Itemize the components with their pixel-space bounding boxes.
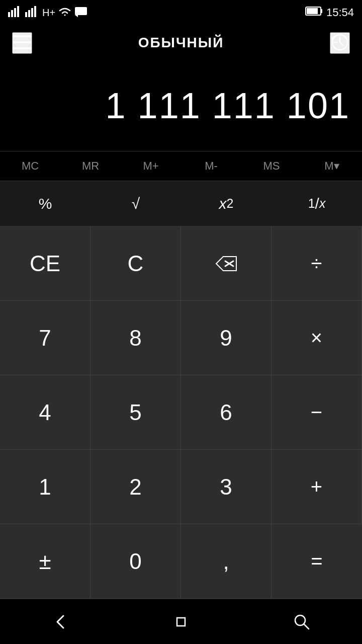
functions-row: % √ x2 1/x bbox=[0, 181, 362, 226]
signal2-icon bbox=[25, 6, 39, 20]
time-display: 15:54 bbox=[326, 6, 354, 19]
svg-rect-3 bbox=[17, 6, 19, 17]
9-button[interactable]: 9 bbox=[181, 301, 272, 375]
memory-recall-button[interactable]: MR bbox=[60, 151, 121, 181]
square-button[interactable]: x2 bbox=[181, 181, 272, 226]
svg-rect-6 bbox=[31, 8, 33, 17]
plus-minus-button[interactable]: ± bbox=[0, 524, 90, 599]
svg-rect-0 bbox=[8, 12, 10, 17]
search-button[interactable] bbox=[293, 613, 311, 631]
1-button[interactable]: 1 bbox=[0, 450, 90, 524]
6-button[interactable]: 6 bbox=[181, 375, 272, 450]
svg-rect-8 bbox=[75, 7, 87, 15]
2-button[interactable]: 2 bbox=[90, 450, 181, 524]
signal-icon bbox=[8, 6, 22, 20]
divide-button[interactable]: ÷ bbox=[272, 226, 362, 301]
keypad: CE C ÷ 7 8 9 × 4 5 6 − 1 2 3 + ± 0 , = bbox=[0, 226, 362, 599]
5-button[interactable]: 5 bbox=[90, 375, 181, 450]
status-bar: H+ 15:54 bbox=[0, 0, 362, 25]
equals-button[interactable]: = bbox=[272, 524, 362, 599]
decimal-button[interactable]: , bbox=[181, 524, 272, 599]
sqrt-button[interactable]: √ bbox=[90, 181, 181, 226]
multiply-button[interactable]: × bbox=[272, 301, 362, 375]
history-button[interactable] bbox=[330, 32, 350, 54]
memory-clear-button[interactable]: MC bbox=[0, 151, 60, 181]
memory-row: MC MR M+ M- MS M▾ bbox=[0, 151, 362, 181]
svg-rect-7 bbox=[34, 6, 36, 17]
battery-icon bbox=[305, 6, 323, 19]
memory-plus-button[interactable]: M+ bbox=[121, 151, 181, 181]
memory-minus-button[interactable]: M- bbox=[181, 151, 241, 181]
percent-button[interactable]: % bbox=[0, 181, 90, 226]
c-button[interactable]: C bbox=[90, 226, 181, 301]
header: ОБЫЧНЫЙ bbox=[0, 25, 362, 60]
nav-bar bbox=[0, 599, 362, 644]
wifi-icon bbox=[58, 6, 71, 20]
0-button[interactable]: 0 bbox=[90, 524, 181, 599]
svg-rect-18 bbox=[177, 618, 185, 626]
svg-rect-12 bbox=[13, 35, 31, 37]
app-title: ОБЫЧНЫЙ bbox=[138, 35, 224, 51]
subtract-button[interactable]: − bbox=[272, 375, 362, 450]
reciprocal-button[interactable]: 1/x bbox=[272, 181, 362, 226]
svg-rect-2 bbox=[14, 8, 16, 17]
svg-line-20 bbox=[304, 624, 309, 629]
add-button[interactable]: + bbox=[272, 450, 362, 524]
status-right: 15:54 bbox=[305, 6, 354, 19]
network-type: H+ bbox=[42, 7, 55, 19]
message-icon bbox=[74, 6, 87, 20]
svg-rect-5 bbox=[28, 10, 30, 17]
memory-dropdown-button[interactable]: M▾ bbox=[302, 151, 362, 181]
7-button[interactable]: 7 bbox=[0, 301, 90, 375]
home-button[interactable] bbox=[172, 613, 190, 631]
back-button[interactable] bbox=[51, 613, 69, 631]
svg-rect-10 bbox=[321, 9, 322, 13]
svg-rect-1 bbox=[11, 10, 13, 17]
display-area: 1 111 111 101 bbox=[0, 60, 362, 151]
3-button[interactable]: 3 bbox=[181, 450, 272, 524]
4-button[interactable]: 4 bbox=[0, 375, 90, 450]
svg-rect-14 bbox=[13, 47, 31, 49]
8-button[interactable]: 8 bbox=[90, 301, 181, 375]
menu-button[interactable] bbox=[12, 32, 32, 54]
ce-button[interactable]: CE bbox=[0, 226, 90, 301]
backspace-button[interactable] bbox=[181, 226, 272, 301]
svg-rect-11 bbox=[307, 8, 318, 14]
display-value: 1 111 111 101 bbox=[106, 85, 350, 126]
svg-rect-13 bbox=[13, 41, 31, 43]
memory-store-button[interactable]: MS bbox=[241, 151, 302, 181]
svg-rect-4 bbox=[25, 12, 27, 17]
status-left: H+ bbox=[8, 6, 87, 20]
